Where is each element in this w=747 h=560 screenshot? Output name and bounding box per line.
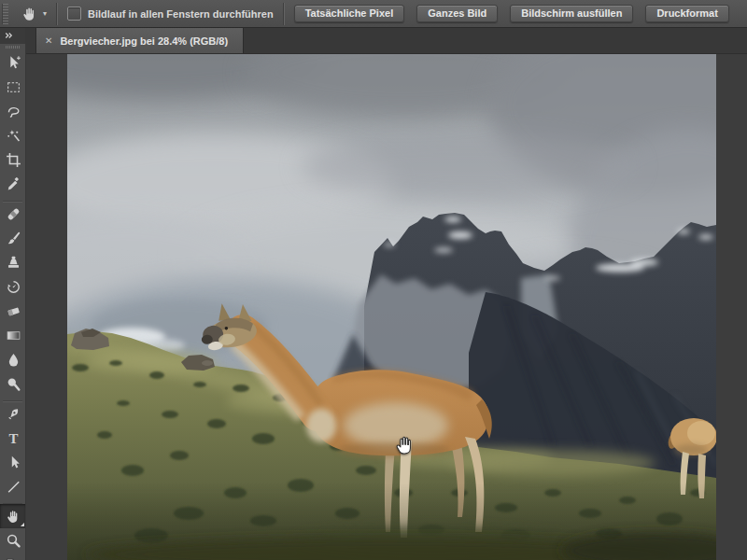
- document-tab[interactable]: ✕ Bergviecher.jpg bei 28.4% (RGB/8): [35, 28, 244, 53]
- history-brush-icon: [6, 279, 21, 295]
- tools-list: T: [0, 50, 25, 560]
- hand-icon: [21, 6, 38, 22]
- hand-tool[interactable]: [0, 504, 26, 528]
- type-icon: T: [6, 430, 21, 446]
- options-bar: ▾ Bildlauf in allen Fenstern durchführen…: [0, 0, 747, 28]
- brush-tool[interactable]: [0, 226, 26, 250]
- options-bar-grip[interactable]: [2, 4, 8, 24]
- rectangular-marquee-tool[interactable]: [0, 75, 26, 99]
- eraser-icon: [6, 303, 21, 319]
- photo-image: [67, 54, 716, 560]
- path-selection-icon: [6, 455, 21, 470]
- separator: [56, 3, 58, 25]
- crop-tool[interactable]: [0, 147, 26, 172]
- pen-tool[interactable]: [0, 401, 26, 426]
- bildschirm-ausfullen-button[interactable]: Bildschirm ausfüllen: [510, 5, 633, 22]
- history-brush-tool[interactable]: [0, 274, 26, 299]
- brush-icon: [6, 231, 21, 246]
- photo-canvas[interactable]: [67, 54, 716, 560]
- blur-icon: [6, 352, 21, 368]
- marquee-icon: [6, 79, 21, 95]
- line-tool[interactable]: [0, 474, 26, 498]
- double-arrow-right-icon: [4, 28, 15, 45]
- hand-cursor: [394, 433, 416, 461]
- gradient-icon: [6, 328, 21, 343]
- path-selection-tool[interactable]: [0, 450, 26, 474]
- tools-panel: T: [0, 28, 26, 560]
- healing-brush-tool[interactable]: [0, 202, 26, 226]
- lasso-icon: [6, 104, 21, 119]
- zoom-tool[interactable]: [0, 528, 26, 553]
- chevron-down-icon[interactable]: ▾: [43, 9, 47, 18]
- ganzes-bild-button[interactable]: Ganzes Bild: [416, 5, 498, 22]
- tools-panel-header[interactable]: [0, 28, 25, 44]
- gradient-tool[interactable]: [0, 323, 26, 347]
- tatsachliche-pixel-button[interactable]: Tatsächliche Pixel: [294, 5, 405, 22]
- eyedropper-icon: [6, 176, 21, 192]
- type-tool[interactable]: T: [0, 426, 26, 450]
- tools-panel-grip[interactable]: [0, 44, 25, 50]
- color-swatches-tool[interactable]: [0, 553, 26, 560]
- double-arrow-right-icon: [4, 30, 15, 41]
- close-icon[interactable]: ✕: [45, 36, 52, 46]
- hand-icon: [6, 509, 21, 525]
- photoshop-window: ▾ Bildlauf in allen Fenstern durchführen…: [0, 0, 747, 560]
- blur-tool[interactable]: [0, 347, 26, 371]
- crop-icon: [6, 152, 21, 168]
- dodge-tool[interactable]: [0, 371, 26, 396]
- svg-text:T: T: [8, 430, 18, 445]
- move-tool[interactable]: [0, 50, 26, 75]
- clone-stamp-icon: [6, 255, 21, 271]
- eraser-tool[interactable]: [0, 299, 26, 323]
- scroll-all-windows-label: Bildlauf in allen Fenstern durchführen: [88, 8, 274, 20]
- swatches-icon: [6, 557, 21, 560]
- options-buttons: Tatsächliche PixelGanzes BildBildschirm …: [294, 5, 729, 22]
- document-tab-title: Bergviecher.jpg bei 28.4% (RGB/8): [60, 35, 228, 47]
- line-icon: [6, 479, 21, 495]
- druckformat-button[interactable]: Druckformat: [645, 5, 728, 22]
- pen-icon: [6, 406, 21, 422]
- clone-stamp-tool[interactable]: [0, 250, 26, 274]
- dodge-icon: [6, 376, 21, 392]
- magic-wand-tool[interactable]: [0, 123, 26, 147]
- magic-wand-icon: [6, 128, 21, 144]
- zoom-icon: [6, 533, 21, 549]
- move-icon: [6, 55, 21, 71]
- healing-brush-icon: [6, 206, 21, 222]
- hand-icon: [20, 4, 40, 24]
- lasso-tool[interactable]: [0, 99, 26, 123]
- scroll-all-windows-checkbox[interactable]: [67, 7, 81, 21]
- eyedropper-tool[interactable]: [0, 172, 26, 196]
- separator: [283, 3, 285, 25]
- document-tab-bar: ✕ Bergviecher.jpg bei 28.4% (RGB/8): [26, 28, 747, 54]
- foreground-grass: [67, 483, 716, 560]
